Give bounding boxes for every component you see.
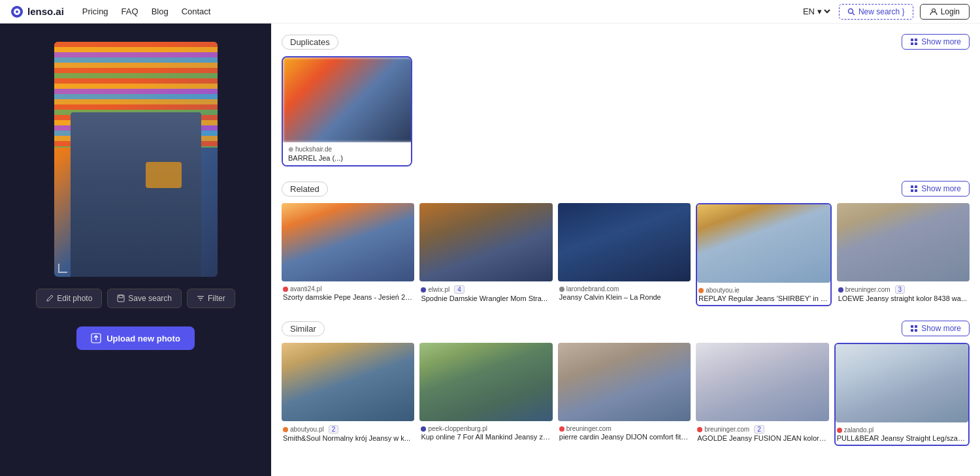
svg-rect-18 [915, 185, 917, 188]
related-image-inner-1 [419, 203, 552, 281]
duplicate-name: BARREL Jea (...) [288, 154, 406, 162]
save-search-button[interactable]: Save search [107, 289, 182, 308]
duplicate-info: ⊕ huckshair.de BARREL Jea (...) [283, 142, 411, 165]
svg-rect-7 [119, 295, 123, 298]
related-item-4[interactable]: breuninger.com 3 LOEWE Jeansy straight k… [837, 203, 970, 306]
related-item-2[interactable]: larondebrand.com Jeansy Calvin Klein – L… [558, 203, 691, 306]
nav-contact[interactable]: Contact [182, 7, 211, 16]
similar-section: Similar Show more aboutyou.pl [282, 321, 970, 446]
related-name-1: Spodnie Damskie Wrangler Mom Stra... [421, 294, 551, 302]
filter-label: Filter [208, 294, 225, 303]
edit-icon [46, 294, 54, 302]
svg-rect-15 [911, 42, 913, 45]
related-image-inner-3 [697, 204, 830, 283]
similar-source-2: breuninger.com [559, 425, 689, 432]
similar-show-more-label: Show more [921, 324, 961, 333]
similar-item-1[interactable]: peek-cloppenburg.pl Kup online 7 For All… [419, 343, 552, 446]
related-count-4: 3 [895, 285, 906, 294]
related-source-4: breuninger.com 3 [838, 285, 968, 294]
duplicate-item[interactable]: ⊕ huckshair.de BARREL Jea (...) [282, 56, 412, 167]
related-source-1: elwix.pl 4 [421, 285, 551, 294]
logo-text: lenso.ai [27, 6, 64, 17]
nav-pricing[interactable]: Pricing [82, 7, 108, 16]
source-dot-s4 [837, 428, 842, 433]
source-dot-4 [838, 287, 843, 293]
related-info-2: larondebrand.com Jeansy Calvin Klein – L… [558, 281, 691, 304]
similar-source-text-3: breuninger.com [704, 426, 749, 433]
nav-faq[interactable]: FAQ [122, 7, 139, 16]
jeans-pocket [146, 162, 182, 188]
duplicates-show-more-label: Show more [921, 37, 961, 46]
svg-rect-19 [911, 189, 913, 192]
nav-blog[interactable]: Blog [152, 7, 169, 16]
duplicates-show-more[interactable]: Show more [902, 34, 970, 50]
related-title: Related [282, 182, 328, 197]
similar-item-4[interactable]: zalando.pl PULL&BEAR Jeansy Straight Leg… [834, 343, 970, 446]
related-image-inner-2 [558, 203, 691, 281]
duplicate-image [283, 57, 412, 142]
duplicates-section: Duplicates Show more ⊕ huckshair.de [282, 34, 970, 167]
similar-item-2[interactable]: breuninger.com pierre cardin Jeansy DIJO… [558, 343, 691, 446]
similar-show-more[interactable]: Show more [902, 321, 970, 336]
similar-info-2: breuninger.com pierre cardin Jeansy DIJO… [558, 421, 691, 443]
related-header: Related Show more [282, 181, 970, 197]
similar-item-3[interactable]: breuninger.com 2 AGOLDE Jeansy FUSION JE… [696, 343, 828, 446]
related-image-1 [419, 203, 552, 281]
related-source-3: aboutyou.ie [698, 287, 828, 294]
duplicates-title: Duplicates [282, 35, 338, 50]
related-source-text-2: larondebrand.com [566, 285, 619, 293]
duplicate-image-inner [283, 57, 412, 142]
related-grid: avanti24.pl Szorty damskie Pepe Jeans - … [282, 203, 970, 306]
left-panel: Edit photo Save search Filter Upload new… [0, 24, 271, 476]
similar-info-1: peek-cloppenburg.pl Kup online 7 For All… [419, 421, 552, 443]
login-label: Login [941, 7, 960, 16]
svg-rect-16 [915, 42, 917, 45]
right-panel: Duplicates Show more ⊕ huckshair.de [271, 24, 980, 476]
svg-point-2 [16, 10, 18, 13]
similar-source-text-2: breuninger.com [566, 425, 612, 432]
similar-image-4 [836, 344, 968, 422]
svg-rect-14 [915, 39, 917, 41]
uploaded-photo [54, 42, 218, 277]
similar-info-0: aboutyou.pl 2 Smith&Soul Normalny krój J… [282, 421, 414, 445]
related-image-4 [837, 203, 970, 281]
lang-selector[interactable]: EN ▾ [800, 6, 832, 17]
edit-photo-button[interactable]: Edit photo [36, 289, 102, 308]
svg-line-4 [853, 13, 855, 15]
svg-rect-23 [911, 329, 913, 332]
similar-source-4: zalando.pl [837, 426, 967, 434]
filter-button[interactable]: Filter [187, 289, 235, 308]
related-show-more-label: Show more [921, 184, 961, 193]
related-source-text-0: avanti24.pl [290, 285, 321, 293]
grid-icon [910, 38, 918, 46]
logo[interactable]: lenso.ai [10, 5, 64, 18]
related-info-0: avanti24.pl Szorty damskie Pepe Jeans - … [282, 281, 414, 304]
similar-count-0: 2 [329, 425, 339, 434]
related-image-inner-4 [837, 203, 970, 281]
related-source-text-3: aboutyou.ie [706, 287, 740, 294]
similar-name-1: Kup online 7 For All Mankind Jeansy z sz… [421, 433, 551, 441]
navbar: lenso.ai Pricing FAQ Blog Contact EN ▾ N… [0, 0, 980, 24]
grid-icon-2 [910, 185, 918, 193]
related-name-3: REPLAY Regular Jeans 'SHIRBEY' in Blue .… [698, 294, 828, 302]
login-button[interactable]: Login [920, 4, 970, 20]
new-search-button[interactable]: New search } [839, 4, 913, 20]
related-item-0[interactable]: avanti24.pl Szorty damskie Pepe Jeans - … [282, 203, 414, 306]
similar-image-0 [282, 343, 414, 421]
upload-icon [91, 333, 101, 343]
related-item-1[interactable]: elwix.pl 4 Spodnie Damskie Wrangler Mom … [419, 203, 552, 306]
similar-item-0[interactable]: aboutyou.pl 2 Smith&Soul Normalny krój J… [282, 343, 414, 446]
related-show-more[interactable]: Show more [902, 181, 970, 197]
save-search-label: Save search [128, 294, 172, 303]
svg-rect-13 [911, 39, 913, 41]
related-item-3[interactable]: aboutyou.ie REPLAY Regular Jeans 'SHIRBE… [696, 203, 831, 306]
navbar-right: EN ▾ New search } Login [800, 4, 970, 20]
similar-image-3 [696, 343, 828, 421]
similar-source-text-0: aboutyou.pl [290, 426, 324, 433]
new-search-label: New search } [858, 7, 905, 16]
grid-icon-3 [910, 325, 918, 332]
source-dot-3 [698, 288, 704, 293]
upload-new-photo-button[interactable]: Upload new photo [76, 326, 195, 350]
duplicates-header: Duplicates Show more [282, 34, 970, 50]
edit-photo-label: Edit photo [57, 294, 92, 303]
